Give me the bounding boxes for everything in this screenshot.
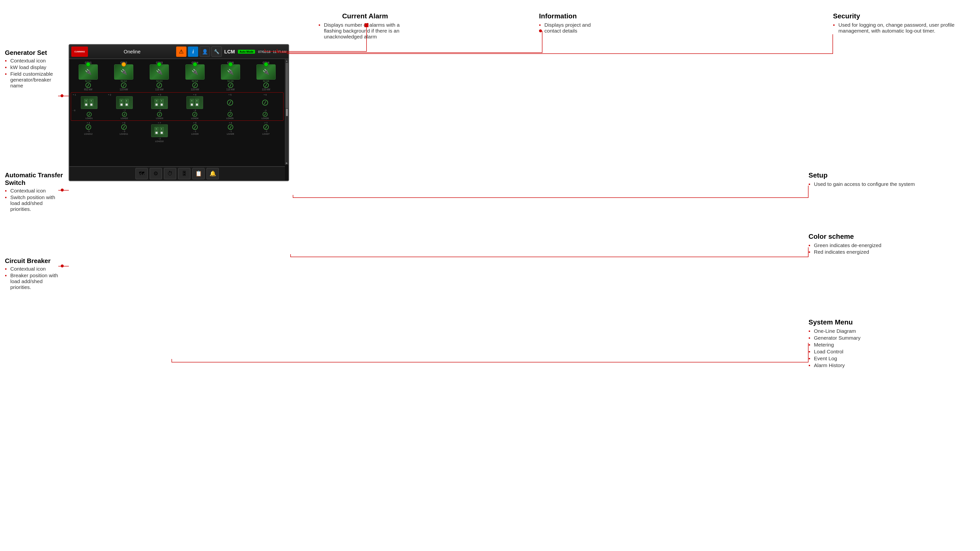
annotation-cb-b1: ▪ Contextual icon — [5, 266, 64, 272]
diagram-title: Oneline — [89, 49, 175, 55]
gen1-cb[interactable] — [86, 83, 91, 88]
gen2-graphic[interactable]: 🔌 — [114, 64, 133, 79]
annotation-system-menu-b4: ▪ Load Control — [808, 349, 975, 355]
gen6-graphic[interactable]: 🔌 — [256, 64, 275, 79]
annotation-system-menu-title: System Menu — [808, 318, 975, 326]
date-display: 07/02/18 — [258, 50, 270, 54]
annotation-color-b1: ▪ Green indicates de-energized — [808, 243, 975, 248]
load10-col: + 7 N E ⬜ ⬜ - 2 LOAD10 — [142, 122, 177, 143]
annotation-security: Security ▪ Used for logging on, change p… — [833, 12, 975, 34]
gen5-kw: 115 kW — [226, 88, 235, 91]
gen3-kw: 115 kW — [155, 88, 164, 91]
annotation-color-b2: ▪ Red indicates energized — [808, 249, 975, 255]
auto-mode-badge: Auto Mode — [238, 50, 255, 54]
load7-label: LOAD7 — [262, 133, 270, 135]
annotation-ats-b1: ▪ Contextual icon — [5, 188, 64, 194]
gen6-cb[interactable] — [263, 83, 269, 88]
load6-label: LOAD6 — [261, 117, 269, 119]
ats-load3: + 3 N E ⬜ ⬜ - 6 LOAD3 — [142, 94, 177, 119]
gen2-cb[interactable] — [121, 83, 126, 88]
ats-load1: + 1 N E ⬜ ⬜ - 0 LOAD1 — [72, 94, 107, 119]
annotation-system-menu-b6: ▪ Alarm History — [808, 362, 975, 368]
load9-col: + 8 - 1 LOAD9 — [177, 122, 212, 143]
gen5-graphic[interactable]: 🔌 — [221, 64, 240, 79]
ats-load4-graphic[interactable]: N E ⬜ ⬜ — [186, 96, 203, 109]
load11-label: LOAD11 — [119, 133, 128, 135]
ats-load5-cb2[interactable] — [228, 112, 232, 117]
load4-label: LOAD4 — [191, 117, 199, 119]
diagram-header: CUMMINS Oneline ⚠ i 👤 🔧 LCM Auto Mode 07… — [69, 45, 288, 59]
gen1-graphic[interactable]: 🔌 — [79, 64, 98, 79]
scrollbar[interactable]: ▲ ▶ — [285, 59, 288, 165]
diagram-content: GEN1 🔌 52-G1 652 kW GEN2 🔌 52-G2 — [69, 59, 285, 166]
ats-load1-graphic[interactable]: N E ⬜ ⬜ — [81, 96, 97, 109]
gen3-graphic[interactable]: 🔌 — [150, 64, 169, 79]
ats-load4: + 4 N E ⬜ ⬜ - 5 LOAD4 — [177, 94, 212, 119]
gen4-column: GEN4 🔌 52-G4 115 kW — [178, 62, 212, 91]
info-button[interactable]: i — [188, 46, 198, 57]
annotation-system-menu-b2: ▪ Generator Summary — [808, 335, 975, 341]
annotation-generator-set-title: Generator Set — [5, 49, 59, 57]
toolbar-meter[interactable]: ⏱ — [164, 168, 176, 179]
annotation-setup-b1: ▪ Used to gain access to configure the s… — [808, 181, 975, 187]
load12-cb[interactable] — [86, 124, 91, 130]
load7-cb[interactable] — [263, 124, 269, 130]
load9-cb[interactable] — [192, 124, 198, 130]
gen3-cb[interactable] — [157, 83, 162, 88]
ats-load6: + 6 - 3 LOAD6 — [248, 94, 283, 119]
lower-loads-row: + 4 - 5 LOAD12 + 6 - 3 LOAD11 + 7 — [71, 122, 283, 143]
user-button[interactable]: 👤 — [200, 46, 210, 57]
gen2-kw: 115 kW — [119, 88, 128, 91]
load7-col: + 7 - 2 LOAD7 — [248, 122, 283, 143]
ats-load3-cb[interactable] — [157, 112, 162, 117]
annotation-system-menu-b5: ▪ Event Log — [808, 356, 975, 362]
setup-button[interactable]: 🔧 — [212, 46, 222, 57]
ats-load6-cb2[interactable] — [262, 112, 267, 117]
gen5-breaker: 52-G5 — [228, 80, 234, 82]
load2-label: LOAD2 — [121, 117, 128, 119]
load11-col: + 6 - 3 LOAD11 — [106, 122, 142, 143]
annotation-color-scheme: Color scheme ▪ Green indicates de-energi… — [808, 233, 975, 255]
ats-load2-cb[interactable] — [122, 112, 127, 117]
ats-load2: + 2 N E ⬜ ⬜ - 7 LOAD2 — [107, 94, 142, 119]
load1-label: LOAD1 — [86, 117, 93, 119]
gen1-breaker: 52-G1 — [85, 80, 91, 82]
ats-load2-graphic[interactable]: N E ⬜ ⬜ — [116, 96, 133, 109]
load10-label: LOAD10 — [155, 140, 164, 143]
ats-load5-cb[interactable] — [227, 100, 233, 106]
annotation-cb-title: Circuit Breaker — [5, 257, 64, 265]
annotation-circuit-breaker: Circuit Breaker ▪ Contextual icon ▪ Brea… — [5, 257, 64, 290]
load9-label: LOAD9 — [191, 133, 199, 135]
generators-row: GEN1 🔌 52-G1 652 kW GEN2 🔌 52-G2 — [69, 59, 285, 91]
ats-load1-cb[interactable] — [87, 112, 92, 117]
toolbar-oneline[interactable]: 🗺 — [135, 168, 148, 179]
annotation-ats: Automatic Transfer Switch ▪ Contextual i… — [5, 171, 64, 212]
alarm-button[interactable]: ⚠ — [176, 46, 186, 57]
annotation-info-b1: ▪ Displays project and contact details — [539, 22, 608, 34]
diagram-window: CUMMINS Oneline ⚠ i 👤 🔧 LCM Auto Mode 07… — [68, 44, 289, 181]
ats-load4-cb[interactable] — [192, 112, 197, 117]
gen3-breaker: 52-G3 — [156, 80, 162, 82]
toolbar-alarm[interactable]: 🔔 — [207, 168, 219, 179]
annotation-security-title: Security — [833, 12, 975, 20]
load11-cb[interactable] — [121, 124, 127, 130]
gen5-cb[interactable] — [228, 83, 233, 88]
annotation-info-title: Information — [539, 12, 608, 20]
toolbar-generator[interactable]: ⚙ — [150, 168, 162, 179]
gen2-column: GEN2 🔌 52-G2 115 kW — [106, 62, 141, 91]
gen4-breaker: 52-G4 — [192, 80, 198, 82]
load8-label: LOAD8 — [227, 133, 234, 135]
annotation-ats-b2: ▪ Switch position with load add/shed pri… — [5, 194, 64, 212]
ats-load3-graphic[interactable]: N E ⬜ ⬜ — [151, 96, 168, 109]
load8-cb[interactable] — [228, 124, 233, 130]
toolbar-eventlog[interactable]: 📋 — [192, 168, 205, 179]
load12-label: LOAD12 — [84, 133, 92, 135]
load12-col: + 4 - 5 LOAD12 — [71, 122, 106, 143]
load5-label: LOAD5 — [226, 117, 234, 119]
load10-ats[interactable]: N E ⬜ ⬜ — [151, 124, 168, 137]
ats-load6-cb[interactable] — [262, 100, 268, 106]
ats-section: + 1 N E ⬜ ⬜ - 0 LOAD1 — [71, 92, 283, 121]
gen4-graphic[interactable]: 🔌 — [186, 64, 205, 79]
gen4-cb[interactable] — [192, 83, 198, 88]
toolbar-control[interactable]: 🎛 — [178, 168, 190, 179]
